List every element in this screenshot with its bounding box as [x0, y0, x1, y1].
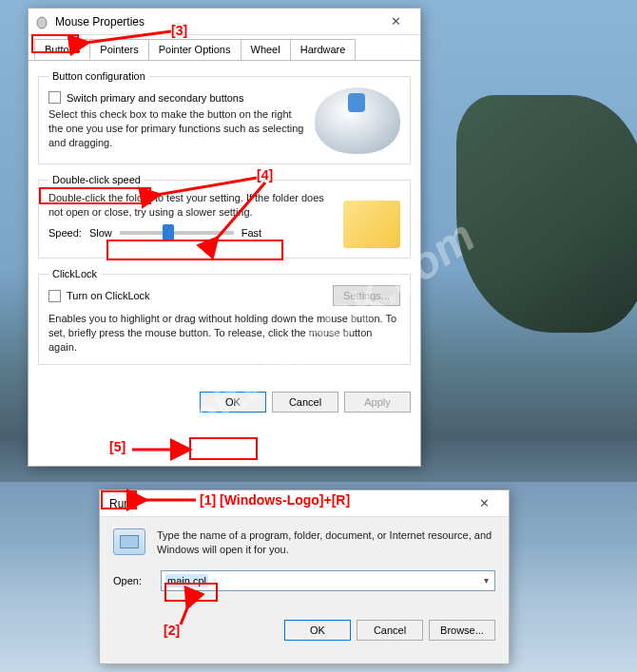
- tab-hardware[interactable]: Hardware: [291, 39, 357, 60]
- run-dialog: Run ✕ Type the name of a program, folder…: [99, 490, 510, 664]
- annotation-arrow-3: [81, 28, 176, 49]
- svg-line-3: [216, 182, 265, 240]
- switch-buttons-checkbox[interactable]: [48, 91, 61, 104]
- double-click-legend: Double-click speed: [48, 174, 145, 185]
- speed-label: Speed:: [48, 227, 82, 239]
- open-label: Open:: [113, 575, 151, 586]
- run-ok-button[interactable]: OK: [284, 620, 351, 641]
- button-config-legend: Button configuration: [48, 70, 149, 82]
- annotation-label-4: [4]: [257, 167, 273, 182]
- annotation-label-2: [2]: [164, 623, 180, 638]
- cancel-button[interactable]: Cancel: [272, 392, 338, 413]
- switch-buttons-label: Switch primary and secondary buttons: [67, 92, 243, 104]
- tab-wheel[interactable]: Wheel: [241, 39, 291, 60]
- chevron-down-icon[interactable]: ▾: [484, 575, 489, 586]
- mouse-illustration: [315, 87, 400, 154]
- button-config-desc: Select this check box to make the button…: [48, 107, 305, 150]
- annotation-label-5: [5]: [109, 439, 125, 454]
- run-desc: Type the name of a program, folder, docu…: [157, 528, 495, 557]
- button-config-group: Button configuration Switch primary and …: [38, 70, 411, 164]
- clicklock-group: ClickLock Turn on ClickLock Settings... …: [38, 268, 411, 365]
- svg-point-0: [37, 17, 47, 29]
- clicklock-label: Turn on ClickLock: [67, 290, 150, 301]
- slow-label: Slow: [89, 227, 112, 239]
- annotation-label-3: [3]: [171, 23, 187, 38]
- svg-line-6: [181, 605, 188, 624]
- run-icon: [113, 528, 145, 555]
- mouse-icon: [34, 14, 49, 29]
- open-input-value: main.cpl: [165, 574, 208, 587]
- close-icon[interactable]: ✕: [376, 14, 415, 29]
- clicklock-settings-button: Settings...: [333, 285, 400, 306]
- close-icon[interactable]: ✕: [465, 496, 503, 510]
- open-input[interactable]: main.cpl ▾: [161, 570, 495, 591]
- run-cancel-button[interactable]: Cancel: [357, 620, 423, 641]
- dialog-button-row: OK Cancel Apply: [29, 384, 420, 420]
- background-mountain: [456, 95, 637, 333]
- test-folder-icon[interactable]: [343, 201, 400, 248]
- clicklock-legend: ClickLock: [48, 268, 101, 279]
- run-browse-button[interactable]: Browse...: [429, 620, 495, 641]
- mouse-dialog-title: Mouse Properties: [55, 15, 376, 29]
- annotation-arrow-1: [139, 493, 205, 509]
- clicklock-desc: Enables you to highlight or drag without…: [48, 312, 400, 355]
- svg-line-1: [86, 31, 171, 43]
- run-button-row: OK Cancel Browse...: [100, 616, 509, 650]
- ok-button[interactable]: OK: [200, 392, 266, 413]
- slider-thumb[interactable]: [163, 224, 174, 241]
- annotation-arrow-5: [130, 443, 195, 459]
- apply-button: Apply: [344, 392, 411, 413]
- annotation-label-1: [1] [Windows-Logo]+[R]: [200, 492, 350, 508]
- annotation-arrow-4b: [208, 181, 275, 250]
- clicklock-checkbox[interactable]: [48, 290, 61, 302]
